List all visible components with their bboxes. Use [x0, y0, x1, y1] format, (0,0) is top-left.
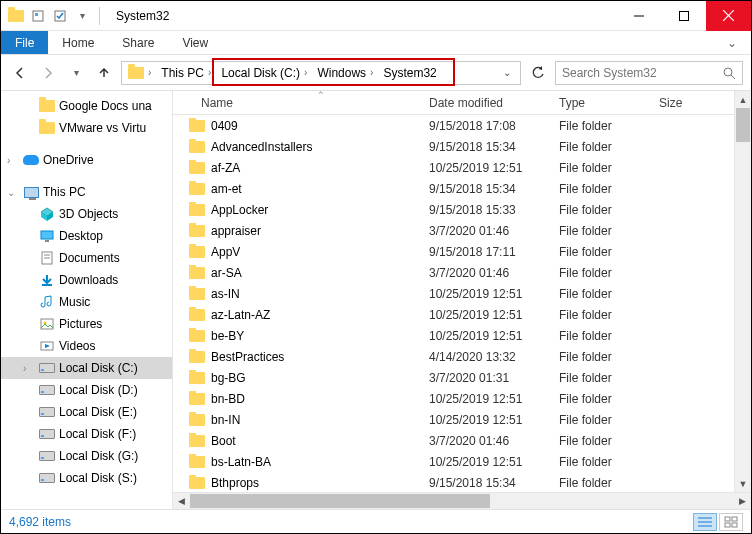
tree-item[interactable]: ›Local Disk (C:): [1, 357, 172, 379]
tree-item[interactable]: Music: [1, 291, 172, 313]
file-row[interactable]: ar-SA 3/7/2020 01:46 File folder: [173, 262, 734, 283]
file-row[interactable]: AppLocker 9/15/2018 15:33 File folder: [173, 199, 734, 220]
scroll-up-icon[interactable]: ▲: [735, 91, 751, 108]
folder-app-icon: [7, 7, 25, 25]
folder-icon: [189, 244, 205, 260]
tree-onedrive[interactable]: ›OneDrive: [1, 149, 172, 171]
back-button[interactable]: [9, 62, 31, 84]
ribbon-tabs: File Home Share View ⌄: [1, 31, 751, 55]
folder-icon: [189, 328, 205, 344]
file-row[interactable]: as-IN 10/25/2019 12:51 File folder: [173, 283, 734, 304]
tree-item[interactable]: Local Disk (G:): [1, 445, 172, 467]
file-row[interactable]: AppV 9/15/2018 17:11 File folder: [173, 241, 734, 262]
col-date[interactable]: Date modified: [421, 91, 551, 114]
tab-home[interactable]: Home: [48, 31, 108, 54]
folder-icon: [189, 307, 205, 323]
crumb-windows[interactable]: Windows: [317, 66, 366, 80]
tree-item[interactable]: Documents: [1, 247, 172, 269]
file-rows: 0409 9/15/2018 17:08 File folder Advance…: [173, 115, 734, 492]
navigation-bar: ▾ › This PC› Local Disk (C:)› Windows› S…: [1, 55, 751, 91]
ribbon-expand-icon[interactable]: ⌄: [713, 31, 751, 54]
file-row[interactable]: Boot 3/7/2020 01:46 File folder: [173, 430, 734, 451]
tree-item[interactable]: 3D Objects: [1, 203, 172, 225]
refresh-button[interactable]: [527, 62, 549, 84]
file-row[interactable]: bn-IN 10/25/2019 12:51 File folder: [173, 409, 734, 430]
folder-icon: [189, 160, 205, 176]
folder-icon: [189, 454, 205, 470]
col-size[interactable]: Size: [651, 91, 711, 114]
tree-item[interactable]: Downloads: [1, 269, 172, 291]
search-input[interactable]: [562, 66, 722, 80]
tree-quick-item[interactable]: Google Docs una: [1, 95, 172, 117]
file-row[interactable]: bg-BG 3/7/2020 01:31 File folder: [173, 367, 734, 388]
status-bar: 4,692 items: [1, 509, 751, 533]
scroll-thumb[interactable]: [736, 108, 750, 142]
tab-view[interactable]: View: [168, 31, 222, 54]
scroll-right-icon[interactable]: ▶: [734, 493, 751, 509]
folder-icon: [189, 475, 205, 491]
file-row[interactable]: AdvancedInstallers 9/15/2018 15:34 File …: [173, 136, 734, 157]
file-row[interactable]: BestPractices 4/14/2020 13:32 File folde…: [173, 346, 734, 367]
tree-item[interactable]: Videos: [1, 335, 172, 357]
search-box[interactable]: [555, 61, 743, 85]
svg-rect-1: [35, 13, 38, 16]
file-row[interactable]: be-BY 10/25/2019 12:51 File folder: [173, 325, 734, 346]
folder-icon: [189, 223, 205, 239]
crumb-c[interactable]: Local Disk (C:): [221, 66, 300, 80]
tree-thispc[interactable]: ⌄This PC: [1, 181, 172, 203]
file-row[interactable]: am-et 9/15/2018 15:34 File folder: [173, 178, 734, 199]
close-button[interactable]: [706, 1, 751, 31]
folder-icon: [189, 139, 205, 155]
svg-point-7: [724, 68, 732, 76]
crumb-thispc[interactable]: This PC: [161, 66, 204, 80]
file-row[interactable]: af-ZA 10/25/2019 12:51 File folder: [173, 157, 734, 178]
folder-icon: [189, 391, 205, 407]
address-bar[interactable]: › This PC› Local Disk (C:)› Windows› Sys…: [121, 61, 521, 85]
address-dropdown-icon[interactable]: ⌄: [496, 62, 518, 84]
svg-rect-9: [41, 231, 53, 239]
tree-quick-item[interactable]: VMware vs Virtu: [1, 117, 172, 139]
tab-share[interactable]: Share: [108, 31, 168, 54]
column-headers: ⌃ Name Date modified Type Size: [173, 91, 734, 115]
folder-icon: [189, 202, 205, 218]
tree-item[interactable]: Pictures: [1, 313, 172, 335]
file-row[interactable]: bn-BD 10/25/2019 12:51 File folder: [173, 388, 734, 409]
file-row[interactable]: bs-Latn-BA 10/25/2019 12:51 File folder: [173, 451, 734, 472]
qat-dropdown-icon[interactable]: ▾: [73, 7, 91, 25]
hscroll-thumb[interactable]: [190, 494, 490, 508]
col-type[interactable]: Type: [551, 91, 651, 114]
maximize-button[interactable]: [661, 1, 706, 31]
svg-rect-10: [45, 240, 49, 242]
tree-item[interactable]: Local Disk (F:): [1, 423, 172, 445]
navigation-tree[interactable]: Google Docs unaVMware vs Virtu›OneDrive⌄…: [1, 91, 173, 509]
up-button[interactable]: [93, 62, 115, 84]
sort-indicator-icon: ⌃: [317, 91, 325, 100]
scroll-left-icon[interactable]: ◀: [173, 493, 190, 509]
details-view-button[interactable]: [693, 513, 717, 531]
col-name[interactable]: Name: [173, 91, 421, 114]
crumb-system32[interactable]: System32: [383, 66, 436, 80]
folder-icon: [189, 433, 205, 449]
tree-item[interactable]: Desktop: [1, 225, 172, 247]
svg-line-8: [731, 75, 735, 79]
tree-item[interactable]: Local Disk (E:): [1, 401, 172, 423]
forward-button[interactable]: [37, 62, 59, 84]
svg-rect-4: [679, 11, 688, 20]
vertical-scrollbar[interactable]: ▲ ▼: [734, 91, 751, 492]
folder-icon: [189, 118, 205, 134]
large-icons-view-button[interactable]: [719, 513, 743, 531]
tree-item[interactable]: Local Disk (D:): [1, 379, 172, 401]
file-tab[interactable]: File: [1, 31, 48, 54]
file-row[interactable]: 0409 9/15/2018 17:08 File folder: [173, 115, 734, 136]
file-row[interactable]: Bthprops 9/15/2018 15:34 File folder: [173, 472, 734, 492]
minimize-button[interactable]: [616, 1, 661, 31]
qat-checkbox-icon[interactable]: [51, 7, 69, 25]
svg-rect-15: [41, 319, 53, 329]
qat-properties-icon[interactable]: [29, 7, 47, 25]
scroll-down-icon[interactable]: ▼: [735, 475, 751, 492]
recent-dropdown-icon[interactable]: ▾: [65, 62, 87, 84]
horizontal-scrollbar[interactable]: ◀ ▶: [173, 492, 751, 509]
file-row[interactable]: appraiser 3/7/2020 01:46 File folder: [173, 220, 734, 241]
tree-item[interactable]: Local Disk (S:): [1, 467, 172, 489]
file-row[interactable]: az-Latn-AZ 10/25/2019 12:51 File folder: [173, 304, 734, 325]
